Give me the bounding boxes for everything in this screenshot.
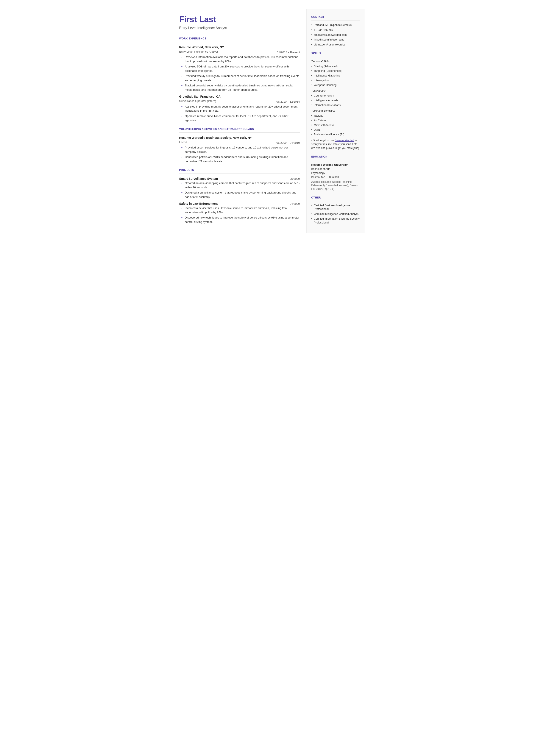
projects-header: PROJECTS xyxy=(179,168,300,172)
skill-interrogation: Interrogation xyxy=(311,78,360,83)
contact-item-4: linkedin.com/in/username xyxy=(311,38,360,42)
other-item-3: Certified Information Systems Security P… xyxy=(311,217,360,225)
skill-ms-access: Microsoft Access xyxy=(311,123,360,127)
work-divider xyxy=(179,42,300,42)
skill-intelligence-analysis: Intelligence Analysis xyxy=(311,98,360,102)
volunteer-1-header: Resume Worded's Business Society, New Yo… xyxy=(179,136,300,140)
contact-header: CONTACT xyxy=(311,15,360,19)
edu-degree: Bachelor of Arts xyxy=(311,167,360,171)
volunteer-1-bullet-1: Provided escort services for 8 guests, 1… xyxy=(182,146,300,154)
job-1-header: Resume Worded, New York, NY xyxy=(179,45,300,49)
skill-qgis: QGIS xyxy=(311,128,360,132)
project-2-header: Safety in Law Enforcement 04/2009 xyxy=(179,202,300,206)
project-1-bullet-2: Designed a surveillance system that redu… xyxy=(182,190,300,199)
skill-tableau: Tableau xyxy=(311,114,360,118)
skill-intelligence-gathering: Intelligence Gathering xyxy=(311,74,360,78)
edu-awards: Awards: Resume Worded Teaching Fellow (o… xyxy=(311,180,360,191)
tools-list: Tableau ArcCatalog Microsoft Access QGIS… xyxy=(311,114,360,137)
skill-bi: Business Intelligence (BI) xyxy=(311,132,360,137)
skill-targeting: Targeting (Experienced) xyxy=(311,69,360,73)
skill-counterterrorism: Counterterrorism xyxy=(311,94,360,98)
job-1-bullet-2: Analyzed 5GB of raw data from 20+ source… xyxy=(182,65,300,73)
job-2-company: Growthsi, San Francisco, CA xyxy=(179,95,221,99)
job-1-bullet-1: Reviewed information available via repor… xyxy=(182,55,300,63)
skill-weapons-handling: Weapons Handling xyxy=(311,83,360,87)
contact-item-1: Portland, ME (Open to Remote) xyxy=(311,23,360,27)
education-header: EDUCATION xyxy=(311,155,360,159)
volunteering-header: VOLUNTEERING ACTIVITIES AND EXTRACURRICU… xyxy=(179,127,300,131)
job-2-role-date: Surveillance Operator (Intern) 06/2010 –… xyxy=(179,99,300,104)
technical-skills-list: Briefing (Advanced) Targeting (Experienc… xyxy=(311,65,360,87)
job-1-bullets: Reviewed information available via repor… xyxy=(179,55,300,92)
project-1-date: 05/2009 xyxy=(290,177,300,181)
job-2-bullet-1: Assisted in providing monthly security a… xyxy=(182,104,300,113)
projects-divider xyxy=(179,173,300,174)
contact-item-3: email@resumeworded.com xyxy=(311,33,360,37)
volunteer-1-role: Escort xyxy=(179,140,187,144)
job-1-role: Entry Level Intelligence Analyst xyxy=(179,49,218,54)
edu-school: Resume Worded University xyxy=(311,163,360,167)
job-2-date: 06/2010 – 12/2014 xyxy=(276,99,300,104)
job-2-bullet-2: Operated remote surveillance equipment f… xyxy=(182,114,300,123)
job-2-header: Growthsi, San Francisco, CA xyxy=(179,95,300,99)
job-1-bullet-3: Provided weekly briefings to 13 members … xyxy=(182,74,300,82)
project-2: Safety in Law Enforcement 04/2009 Invent… xyxy=(179,202,300,224)
tools-label: Tools and Software: xyxy=(311,109,360,113)
project-1-title: Smart Surveillance System xyxy=(179,177,218,181)
job-2: Growthsi, San Francisco, CA Surveillance… xyxy=(179,95,300,123)
job-2-role: Surveillance Operator (Intern) xyxy=(179,99,216,103)
other-header: OTHER xyxy=(311,196,360,200)
job-1-date: 01/2015 – Present xyxy=(277,50,300,55)
volunteer-1-bullets: Provided escort services for 8 guests, 1… xyxy=(179,146,300,163)
project-1: Smart Surveillance System 05/2009 Create… xyxy=(179,177,300,199)
project-2-title: Safety in Law Enforcement xyxy=(179,202,218,206)
volunteer-1-date: 06/2009 – 04/2010 xyxy=(276,141,300,145)
left-column: First Last Entry Level Intelligence Anal… xyxy=(171,9,306,233)
skill-arccatalog: ArcCatalog xyxy=(311,119,360,123)
contact-list: Portland, ME (Open to Remote) +1-234-456… xyxy=(311,23,360,47)
skills-header: SKILLS xyxy=(311,51,360,55)
right-column: CONTACT Portland, ME (Open to Remote) +1… xyxy=(306,9,365,233)
other-item-1: Certified Business Intelligence Professi… xyxy=(311,204,360,211)
edu-field: Psychology xyxy=(311,171,360,175)
project-1-bullets: Created an anti-kidnapping camera that c… xyxy=(179,181,300,199)
other-item-2: Criminal Intelligence Certified Analyst. xyxy=(311,212,360,216)
candidate-name: First Last xyxy=(179,15,300,24)
other-list: Certified Business Intelligence Professi… xyxy=(311,204,360,225)
techniques-label: Techniques: xyxy=(311,89,360,93)
volunteer-1-role-date: Escort 06/2009 – 04/2010 xyxy=(179,140,300,146)
job-1: Resume Worded, New York, NY Entry Level … xyxy=(179,45,300,92)
project-2-bullet-1: Invented a device that uses ultrasonic s… xyxy=(182,206,300,214)
skill-briefing: Briefing (Advanced) xyxy=(311,65,360,69)
contact-divider xyxy=(311,20,360,20)
project-2-date: 04/2009 xyxy=(290,202,300,206)
edu-location-date: Boston, MA — 05/2010 xyxy=(311,175,360,179)
contact-item-2: +1-234-456-789 xyxy=(311,28,360,32)
volunteer-1-org: Resume Worded's Business Society, New Yo… xyxy=(179,136,252,140)
candidate-title: Entry Level Intelligence Analyst xyxy=(179,25,300,31)
project-1-bullet-1: Created an anti-kidnapping camera that c… xyxy=(182,181,300,189)
job-2-bullets: Assisted in providing monthly security a… xyxy=(179,104,300,123)
skill-international-relations: International Relations xyxy=(311,103,360,107)
project-2-bullets: Invented a device that uses ultrasonic s… xyxy=(179,206,300,224)
contact-item-5: github.com/resumeworded xyxy=(311,43,360,47)
job-1-role-date: Entry Level Intelligence Analyst 01/2015… xyxy=(179,49,300,55)
technical-skills-label: Technical Skills: xyxy=(311,60,360,64)
techniques-list: Counterterrorism Intelligence Analysis I… xyxy=(311,94,360,107)
project-1-header: Smart Surveillance System 05/2009 xyxy=(179,177,300,181)
work-experience-header: WORK EXPERIENCE xyxy=(179,37,300,41)
resume-tip: • Don't forget to use Resume Worded to s… xyxy=(311,138,360,150)
job-1-bullet-4: Tracked potential security risks by crea… xyxy=(182,83,300,92)
skills-divider xyxy=(311,57,360,57)
volunteer-1-bullet-2: Conducted patrols of RWBS headquarters a… xyxy=(182,155,300,163)
education-divider xyxy=(311,160,360,160)
volunteer-1: Resume Worded's Business Society, New Yo… xyxy=(179,136,300,164)
resume-worded-link[interactable]: Resume Worded xyxy=(335,139,354,142)
project-2-bullet-2: Discovered new techniques to improve the… xyxy=(182,215,300,224)
job-1-company: Resume Worded, New York, NY xyxy=(179,45,224,49)
